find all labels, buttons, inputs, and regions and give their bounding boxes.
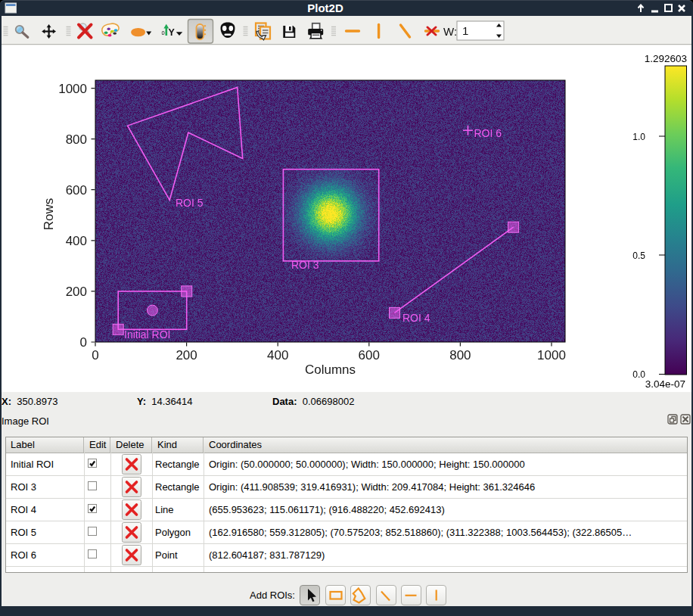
svg-text:0: 0 [162, 30, 165, 36]
svg-text:ROI 6: ROI 6 [474, 127, 502, 139]
svg-text:0.0: 0.0 [632, 369, 645, 380]
svg-text:200: 200 [66, 285, 87, 299]
svg-text:Rows: Rows [42, 198, 56, 231]
svg-text:3.04e-07: 3.04e-07 [645, 378, 685, 390]
svg-text:0: 0 [80, 335, 87, 350]
svg-text:1000: 1000 [58, 82, 87, 96]
svg-text:400: 400 [66, 234, 87, 248]
svg-text:1.292603: 1.292603 [645, 53, 687, 64]
svg-text:ROI 5: ROI 5 [176, 197, 204, 209]
svg-text:1.0: 1.0 [632, 132, 645, 142]
svg-text:400: 400 [267, 348, 288, 362]
svg-text:600: 600 [359, 348, 380, 362]
svg-text:ROI 4: ROI 4 [402, 312, 430, 324]
svg-text:Y: Y [169, 27, 176, 38]
svg-text:200: 200 [176, 348, 197, 362]
svg-text:800: 800 [449, 348, 471, 362]
svg-text:0: 0 [92, 348, 98, 362]
svg-text:Initial ROI: Initial ROI [124, 328, 170, 341]
svg-text:600: 600 [66, 183, 87, 198]
svg-text:ROI 3: ROI 3 [291, 259, 319, 271]
svg-text:1: 1 [462, 24, 468, 37]
svg-text:0.5: 0.5 [632, 250, 645, 261]
svg-text:1000: 1000 [537, 348, 566, 362]
svg-text:W:: W: [443, 25, 457, 38]
svg-text:Columns: Columns [305, 362, 356, 377]
svg-text:800: 800 [66, 132, 87, 147]
